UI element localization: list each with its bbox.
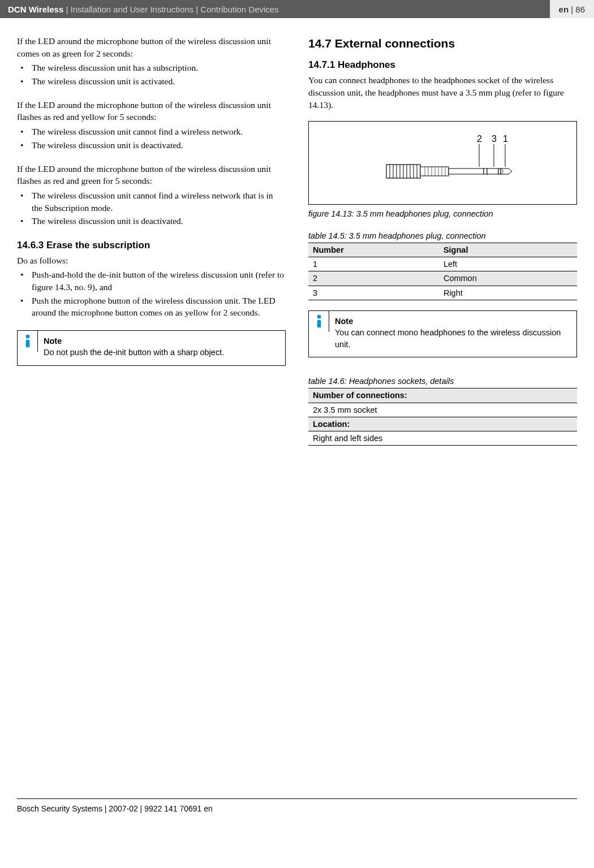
table-cell: Location: (308, 417, 577, 431)
paragraph: Do as follows: (17, 254, 286, 267)
paragraph: You can connect headphones to the headph… (308, 74, 577, 111)
table-row: Right and left sides (308, 431, 577, 446)
subsection-heading-headphones: 14.7.1 Headphones (308, 58, 577, 72)
note-text: Note You can connect mono headphones to … (329, 311, 576, 357)
subsection-heading-erase: 14.6.3 Erase the subscription (17, 239, 286, 252)
left-column: If the LED around the microphone button … (17, 35, 286, 793)
figure-headphone-plug: 2 3 1 (308, 121, 577, 205)
paragraph: If the LED around the microphone button … (17, 99, 286, 123)
table-caption: table 14.5: 3.5 mm headphones plug, conn… (308, 230, 577, 241)
table-header: Number (308, 243, 439, 257)
table-socket-details: Number of connections: 2x 3.5 mm socket … (308, 388, 577, 446)
list-item: The wireless discussion unit cannot find… (17, 126, 286, 138)
table-cell: Right (439, 286, 577, 300)
list-item: The wireless discussion unit has a subsc… (17, 62, 286, 74)
note-title: Note (335, 316, 571, 327)
figure-caption: figure 14.13: 3.5 mm headphones plug, co… (308, 208, 577, 219)
section-heading-external: 14.7 External connections (308, 35, 577, 51)
table-cell: 2x 3.5 mm socket (308, 403, 577, 417)
svg-rect-28 (317, 320, 321, 327)
header-page-number: 86 (575, 3, 585, 15)
plug-label-1: 1 (503, 134, 508, 144)
paragraph: If the LED around the microphone button … (17, 163, 286, 187)
svg-rect-24 (484, 169, 487, 174)
table-cell: 1 (308, 257, 439, 271)
list-item: Push the microphone button of the wirele… (17, 295, 286, 319)
note-text: Note Do not push the de-init button with… (38, 331, 230, 365)
list-item: Push-and-hold the de-init button of the … (17, 269, 286, 293)
table-row: Location: (308, 417, 577, 431)
table-header: Signal (439, 243, 577, 257)
table-cell: 3 (308, 286, 439, 300)
header-subtitle: | Installation and User Instructions | C… (63, 5, 278, 14)
headphone-plug-diagram: 2 3 1 (341, 132, 545, 194)
table-row: 1 Left (308, 257, 577, 271)
header-page-badge: en | 86 (550, 0, 594, 18)
table-plug-connection: Number Signal 1 Left 2 Common 3 Right (308, 243, 577, 300)
list-item: The wireless discussion unit is activate… (17, 75, 286, 88)
note-body: You can connect mono headphones to the w… (335, 327, 571, 350)
table-row: 3 Right (308, 286, 577, 300)
header-lang: en (559, 3, 569, 15)
content-area: If the LED around the microphone button … (0, 18, 594, 798)
list-item: The wireless discussion unit is deactiva… (17, 139, 286, 152)
table-cell: Number of connections: (308, 388, 577, 403)
info-icon (309, 311, 329, 332)
svg-point-27 (317, 315, 321, 319)
table-cell: Right and left sides (308, 431, 577, 446)
table-cell: Left (439, 257, 577, 271)
table-caption: table 14.6: Headphones sockets, details (308, 375, 577, 387)
footer-text: Bosch Security Systems | 2007-02 | 9922 … (0, 799, 594, 826)
header-left: DCN Wireless | Installation and User Ins… (8, 3, 550, 15)
table-row: 2x 3.5 mm socket (308, 403, 577, 417)
table-header-row: Number Signal (308, 243, 577, 257)
bullet-list: The wireless discussion unit cannot find… (17, 126, 286, 151)
note-box: Note Do not push the de-init button with… (17, 330, 286, 366)
paragraph: If the LED around the microphone button … (17, 35, 286, 59)
note-title: Note (44, 335, 224, 347)
bullet-list: The wireless discussion unit has a subsc… (17, 62, 286, 87)
table-row: 2 Common (308, 271, 577, 286)
plug-label-3: 3 (492, 134, 497, 144)
svg-rect-1 (25, 340, 29, 347)
page-header: DCN Wireless | Installation and User Ins… (0, 0, 594, 18)
svg-rect-26 (498, 169, 501, 174)
svg-rect-15 (420, 167, 449, 176)
bullet-list: The wireless discussion unit cannot find… (17, 189, 286, 227)
note-body: Do not push the de-init button with a sh… (44, 347, 224, 358)
list-item: The wireless discussion unit cannot find… (17, 189, 286, 214)
info-icon (18, 331, 38, 352)
right-column: 14.7 External connections 14.7.1 Headpho… (308, 35, 577, 793)
bullet-list: Push-and-hold the de-init button of the … (17, 269, 286, 319)
plug-label-2: 2 (477, 134, 482, 144)
list-item: The wireless discussion unit is deactiva… (17, 215, 286, 227)
note-box: Note You can connect mono headphones to … (308, 310, 577, 357)
svg-rect-25 (487, 169, 498, 174)
table-row: Number of connections: (308, 388, 577, 403)
header-product: DCN Wireless (8, 5, 63, 14)
table-cell: Common (439, 271, 577, 286)
svg-rect-23 (449, 169, 484, 174)
svg-point-0 (25, 335, 29, 339)
table-cell: 2 (308, 271, 439, 286)
